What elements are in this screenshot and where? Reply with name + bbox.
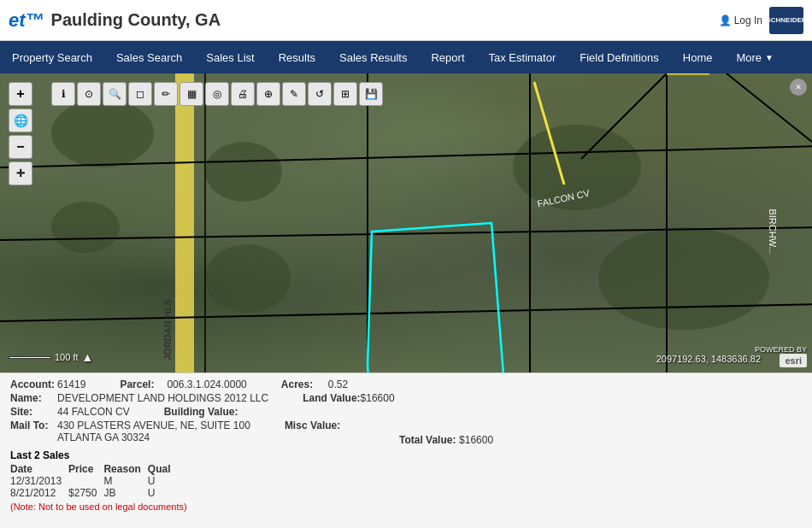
dropdown-chevron: ▼	[765, 53, 774, 62]
qual-cell: U	[148, 475, 178, 487]
sales-row-0: 12/31/2013MU	[10, 475, 177, 487]
sales-row-1: 8/21/2012$2750JBU	[10, 487, 177, 499]
nav-item-sales-list[interactable]: Sales List	[194, 41, 266, 73]
total-value-label: Total Value:	[399, 434, 456, 446]
scale-line	[9, 356, 51, 359]
scale-bar: 100 ft ▲	[9, 350, 93, 364]
county-title: Paulding County, GA	[51, 10, 221, 30]
zoom-controls: + 🌐 − ✛	[9, 82, 32, 185]
info-tool[interactable]: ℹ	[51, 82, 75, 106]
extent-tool[interactable]: ⊞	[333, 82, 357, 106]
compass-button[interactable]: ✛	[9, 161, 32, 185]
tree-patch	[205, 142, 282, 202]
zoom-tool[interactable]: ⊕	[256, 82, 280, 106]
price-col-header: Price	[68, 463, 103, 475]
scale-arrow: ▲	[82, 350, 94, 364]
building-value-col: Building Value:	[164, 406, 238, 418]
building-value-label: Building Value:	[164, 406, 238, 418]
parcel-col: Parcel: 006.3.1.024.0000	[120, 378, 246, 390]
nav-item-home[interactable]: Home	[671, 41, 725, 73]
refresh-tool[interactable]: ↺	[308, 82, 332, 106]
select-tool[interactable]: ⊙	[77, 82, 101, 106]
name-label: Name:	[10, 392, 57, 404]
tree-patch	[598, 227, 769, 330]
sales-table: Date Price Reason Qual 12/31/2013MU8/21/…	[10, 463, 177, 499]
logo-area: et™ Paulding County, GA	[9, 9, 719, 32]
info-row-2: Name: DEVELOPMENT LAND HOLDINGS 2012 LLC…	[10, 392, 802, 404]
layers-tool[interactable]: ◎	[205, 82, 229, 106]
nav-item-tax-estimator[interactable]: Tax Estimator	[477, 41, 568, 73]
tree-patch	[51, 202, 120, 253]
coordinates: 2097192.63, 1483636.82	[656, 354, 761, 364]
acres-label: Acres:	[281, 378, 328, 390]
info-panel: Account: 61419 Parcel: 006.3.1.024.0000 …	[0, 373, 812, 528]
mail-line1: 430 PLASTERS AVENUE, NE, SUITE 100	[57, 419, 250, 431]
site-label: Site:	[10, 406, 57, 418]
land-value-label: Land Value:	[303, 392, 360, 404]
qual-col-header: Qual	[148, 463, 178, 475]
scale-label: 100 ft	[55, 352, 79, 362]
nav-item-sales-results[interactable]: Sales Results	[327, 41, 419, 73]
mail-line2: ATLANTA GA 30324	[57, 431, 250, 443]
land-value-col: Land Value: $16600	[303, 392, 394, 404]
search-tool[interactable]: 🔍	[103, 82, 127, 106]
price-cell: $2750	[68, 487, 103, 499]
zoom-in-button[interactable]: +	[9, 82, 32, 106]
total-value: $16600	[459, 434, 493, 446]
pencil-tool[interactable]: ✏	[154, 82, 178, 106]
nav-item-report[interactable]: Report	[419, 41, 476, 73]
grid-tool[interactable]: ▦	[179, 82, 203, 106]
map-close-button[interactable]: ×	[790, 79, 807, 96]
save-tool[interactable]: 💾	[359, 82, 383, 106]
info-row-3: Site: 44 FALCON CV Building Value:	[10, 406, 802, 418]
nav-item-sales-search[interactable]: Sales Search	[104, 41, 194, 73]
parcel-label: Parcel:	[120, 378, 167, 390]
name-value: DEVELOPMENT LAND HOLDINGS 2012 LLC	[57, 392, 268, 404]
edit-tool[interactable]: ✎	[282, 82, 306, 106]
nav-item-property-search[interactable]: Property Search	[0, 41, 104, 73]
legal-note: (Note: Not to be used on legal documents…	[10, 502, 802, 512]
header: et™ Paulding County, GA 👤 Log In SCHNEID…	[0, 0, 812, 41]
acres-value: 0.52	[328, 378, 348, 390]
nav-item-field-definitions[interactable]: Field Definitions	[568, 41, 671, 73]
navbar: Property SearchSales SearchSales ListRes…	[0, 41, 812, 73]
schneider-logo: SCHNEIDER	[769, 7, 803, 34]
mail-col: Mail To: 430 PLASTERS AVENUE, NE, SUITE …	[10, 419, 250, 443]
name-col: Name: DEVELOPMENT LAND HOLDINGS 2012 LLC	[10, 392, 268, 404]
nav-item-results[interactable]: Results	[267, 41, 327, 73]
user-icon: 👤	[719, 15, 732, 26]
mail-address: 430 PLASTERS AVENUE, NE, SUITE 100 ATLAN…	[57, 419, 250, 443]
sales-header-row: Date Price Reason Qual	[10, 463, 177, 475]
reason-cell: M	[103, 475, 147, 487]
print-tool[interactable]: 🖨	[231, 82, 255, 106]
nav-item-more[interactable]: More▼	[724, 41, 786, 73]
date-cell: 8/21/2012	[10, 487, 68, 499]
qual-cell: U	[148, 487, 178, 499]
globe-button[interactable]: 🌐	[9, 109, 32, 132]
draw-tool[interactable]: ◻	[128, 82, 152, 106]
powered-by-label: POWERED BY	[755, 345, 807, 354]
sales-table-body: 12/31/2013MU8/21/2012$2750JBU	[10, 475, 177, 499]
header-right: 👤 Log In SCHNEIDER	[719, 7, 803, 34]
mail-label: Mail To:	[10, 419, 57, 431]
map-container: FALCON CV BIRCHW... JORDAN HLS + 🌐 − ✛ ℹ…	[0, 73, 812, 373]
login-label: Log In	[734, 15, 762, 26]
login-button[interactable]: 👤 Log In	[719, 15, 762, 26]
esri-logo: esri	[780, 354, 807, 367]
misc-value-label: Misc Value:	[285, 419, 340, 431]
date-cell: 12/31/2013	[10, 475, 68, 487]
site-col: Site: 44 FALCON CV	[10, 406, 130, 418]
zoom-out-button[interactable]: −	[9, 135, 32, 159]
date-col-header: Date	[10, 463, 68, 475]
sales-title: Last 2 Sales	[10, 449, 802, 461]
acres-col: Acres: 0.52	[281, 378, 348, 390]
info-row-1: Account: 61419 Parcel: 006.3.1.024.0000 …	[10, 378, 802, 390]
map-toolbar: ℹ ⊙ 🔍 ◻ ✏ ▦ ◎ 🖨 ⊕ ✎ ↺ ⊞ 💾	[51, 82, 383, 106]
total-value-row: Total Value: $16600	[399, 433, 802, 446]
reason-col-header: Reason	[103, 463, 147, 475]
road-overlay	[175, 73, 194, 373]
tree-patch	[205, 244, 291, 313]
account-label: Account:	[10, 378, 57, 390]
misc-value-col: Misc Value:	[285, 419, 340, 431]
tree-patch	[513, 125, 641, 210]
